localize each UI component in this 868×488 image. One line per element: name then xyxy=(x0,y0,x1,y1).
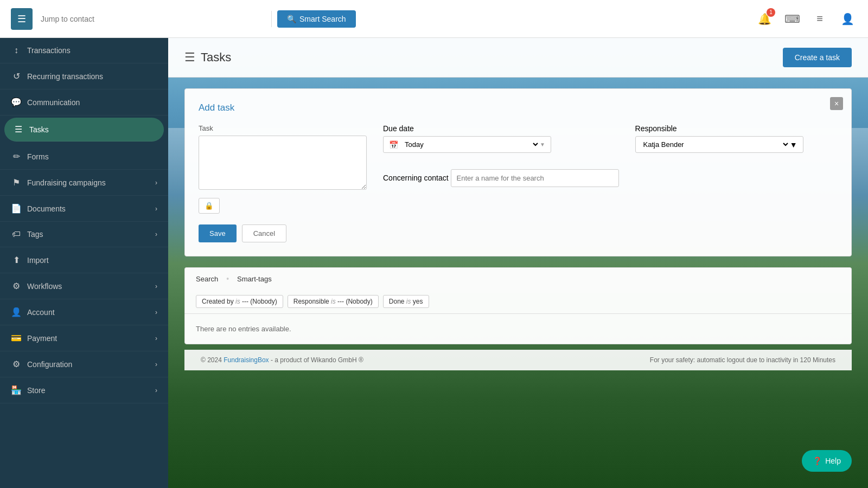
smart-search-label: Smart Search xyxy=(299,15,346,23)
keyboard-icon: ⌨ xyxy=(784,12,800,25)
sidebar-item-payment[interactable]: 💳 Payment › xyxy=(0,325,168,351)
empty-state-message: There are no entries available. xyxy=(196,325,291,333)
profile-button[interactable]: 👤 xyxy=(838,9,857,29)
sidebar-item-import[interactable]: ⬆ Import xyxy=(0,247,168,273)
list-icon: ≡ xyxy=(816,12,823,25)
chevron-right-icon: › xyxy=(155,387,157,394)
sidebar-item-communication[interactable]: 💬 Communication xyxy=(0,89,168,115)
footer-safety-notice: For your safety: automatic logout due to… xyxy=(650,356,835,364)
sidebar-item-fundraising-campaigns[interactable]: ⚑ Fundraising campaigns › xyxy=(0,170,168,196)
contact-search-input[interactable] xyxy=(41,15,258,23)
filter-tags-row: Created by is --- (Nobody) Responsible i… xyxy=(184,290,852,313)
sidebar-item-label: Fundraising campaigns xyxy=(27,178,106,187)
sidebar-item-label: Import xyxy=(27,256,49,265)
sidebar-item-label: Configuration xyxy=(27,360,72,369)
task-field-group: Task xyxy=(199,124,367,190)
sidebar-item-transactions[interactable]: ↕ Transactions xyxy=(0,38,168,63)
page-title: Tasks xyxy=(201,50,231,65)
calendar-icon: 📅 xyxy=(389,140,398,149)
top-navigation: ☰ 🔍 Smart Search 🔔 1 ⌨ ≡ 👤 xyxy=(0,0,868,38)
smart-tags-filter-tab[interactable]: Smart-tags xyxy=(237,275,272,283)
documents-icon: 📄 xyxy=(11,203,22,214)
lock-icon: 🔒 xyxy=(205,202,214,210)
keyboard-shortcut-button[interactable]: ⌨ xyxy=(782,9,802,29)
create-task-button[interactable]: Create a task xyxy=(783,48,852,67)
sidebar-item-workflows[interactable]: ⚙ Workflows › xyxy=(0,273,168,299)
notifications-button[interactable]: 🔔 1 xyxy=(755,9,774,29)
sidebar-item-store[interactable]: 🏪 Store › xyxy=(0,377,168,403)
sidebar-item-configuration[interactable]: ⚙ Configuration › xyxy=(0,351,168,377)
concerning-contact-input[interactable] xyxy=(451,169,619,187)
middle-form-section: Due date 📅 Today Tomorrow Custom date ▼ xyxy=(383,124,619,187)
contact-search-wrap xyxy=(41,15,258,23)
sidebar-item-account[interactable]: 👤 Account › xyxy=(0,299,168,325)
form-actions: Save Cancel xyxy=(199,224,838,242)
import-icon: ⬆ xyxy=(11,255,22,265)
sidebar-item-documents[interactable]: 📄 Documents › xyxy=(0,196,168,222)
sidebar-item-label: Communication xyxy=(27,98,80,107)
help-icon: ❓ xyxy=(813,457,822,465)
cancel-button[interactable]: Cancel xyxy=(242,224,286,242)
user-icon: 👤 xyxy=(841,12,854,25)
campaigns-icon: ⚑ xyxy=(11,177,22,188)
add-task-form-row: Task Due date 📅 Today Tomorrow xyxy=(199,124,838,190)
filter-dot: • xyxy=(226,274,229,283)
content-area: ☰ Tasks Create a task × Add task Task xyxy=(168,38,868,488)
sidebar-item-label: Payment xyxy=(27,334,57,343)
sidebar-item-tags[interactable]: 🏷 Tags › xyxy=(0,222,168,247)
chevron-right-icon: › xyxy=(155,205,157,213)
chevron-down-icon: ▼ xyxy=(540,142,545,147)
configuration-icon: ⚙ xyxy=(11,359,22,369)
sidebar-item-label: Workflows xyxy=(27,282,62,291)
due-date-select[interactable]: Today Tomorrow Custom date xyxy=(403,140,540,149)
chevron-down-icon: ▼ xyxy=(790,140,797,149)
task-textarea[interactable] xyxy=(199,136,367,190)
search-filter-tab[interactable]: Search xyxy=(196,275,218,283)
help-button[interactable]: ❓ Help xyxy=(802,450,852,472)
chevron-right-icon: › xyxy=(155,230,157,238)
sidebar-item-label: Recurring transactions xyxy=(27,72,103,81)
footer-copyright: © 2024 FundraisingBox - a product of Wik… xyxy=(201,356,363,364)
empty-state: There are no entries available. xyxy=(184,313,852,344)
sidebar-item-label: Transactions xyxy=(27,46,71,55)
sidebar-item-forms[interactable]: ✏ Forms xyxy=(0,144,168,170)
sidebar-item-label: Documents xyxy=(27,204,66,213)
sidebar: ↕ Transactions ↺ Recurring transactions … xyxy=(0,38,168,488)
sidebar-item-label: Tags xyxy=(27,230,43,239)
tags-icon: 🏷 xyxy=(11,229,22,239)
fundraisingbox-link[interactable]: FundraisingBox xyxy=(224,356,269,364)
lock-button[interactable]: 🔒 xyxy=(199,198,220,214)
sidebar-item-label: Forms xyxy=(27,152,49,161)
filter-tag-done[interactable]: Done is yes xyxy=(383,295,429,308)
tasks-nav-button[interactable]: ≡ xyxy=(810,9,829,29)
filter-tag-responsible[interactable]: Responsible is --- (Nobody) xyxy=(288,295,379,308)
chevron-right-icon: › xyxy=(155,282,157,290)
due-date-input-wrap[interactable]: 📅 Today Tomorrow Custom date ▼ xyxy=(383,136,551,153)
tasks-header: ☰ Tasks Create a task xyxy=(168,38,868,78)
main-layout: ↕ Transactions ↺ Recurring transactions … xyxy=(0,38,868,488)
close-add-task-button[interactable]: × xyxy=(830,97,843,110)
chevron-right-icon: › xyxy=(155,361,157,368)
responsible-select-wrap[interactable]: Katja Bender ▼ xyxy=(635,136,803,153)
hamburger-icon: ☰ xyxy=(17,13,26,25)
add-task-title: Add task xyxy=(199,102,838,113)
tasks-title-wrap: ☰ Tasks xyxy=(184,50,231,65)
tasks-icon: ☰ xyxy=(13,124,24,134)
sidebar-item-label: Account xyxy=(27,308,55,317)
workflows-icon: ⚙ xyxy=(11,281,22,291)
sidebar-item-tasks[interactable]: ☰ Tasks xyxy=(4,118,164,142)
sidebar-item-label: Store xyxy=(27,386,45,395)
hamburger-button[interactable]: ☰ xyxy=(11,8,33,30)
payment-icon: 💳 xyxy=(11,333,22,343)
chevron-right-icon: › xyxy=(155,179,157,187)
concerning-contact-label: Concerning contact xyxy=(383,174,449,182)
responsible-select[interactable]: Katja Bender xyxy=(641,140,790,149)
search-icon: 🔍 xyxy=(287,15,296,23)
task-field-label: Task xyxy=(199,124,367,132)
smart-search-button[interactable]: 🔍 Smart Search xyxy=(277,10,356,28)
save-button[interactable]: Save xyxy=(199,224,237,242)
sidebar-item-recurring-transactions[interactable]: ↺ Recurring transactions xyxy=(0,63,168,89)
due-date-label: Due date xyxy=(383,124,619,133)
help-label: Help xyxy=(825,457,841,465)
filter-tag-created-by[interactable]: Created by is --- (Nobody) xyxy=(196,295,283,308)
